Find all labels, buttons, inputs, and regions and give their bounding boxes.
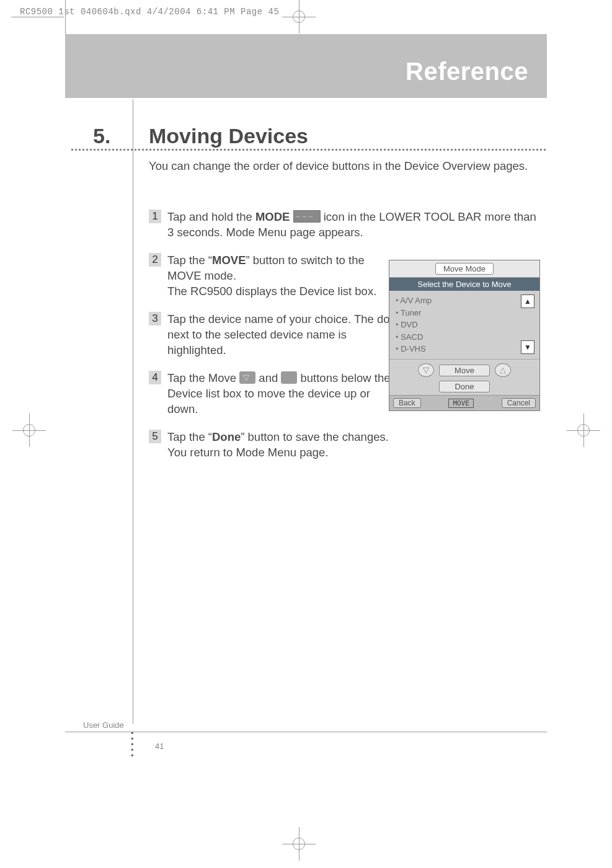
move-up-button[interactable]: △: [495, 363, 511, 377]
registration-mark: [282, 827, 316, 861]
footer-dots: •••••: [131, 730, 134, 758]
step-text: ” button to save the changes.: [241, 430, 389, 443]
dotted-rule: [71, 149, 546, 151]
registration-mark: [567, 414, 600, 447]
step-number: 1: [149, 210, 161, 223]
mode-indicator: MOVE: [448, 399, 474, 408]
step-number: 4: [149, 371, 161, 384]
step-number: 2: [149, 253, 161, 267]
step-text: Tap the Move: [167, 371, 239, 384]
step-1: 1 Tap and hold the MODE icon in the LOWE…: [149, 210, 539, 241]
step-text-bold: MODE: [255, 210, 290, 223]
intro-paragraph: You can change the order of device butto…: [149, 159, 539, 174]
device-screenshot: Move Mode Select the Device to Move A/V …: [389, 260, 540, 411]
step-5: 5 Tap the “Done” button to save the chan…: [149, 430, 539, 461]
step-number: 5: [149, 430, 161, 443]
move-down-icon: [239, 371, 255, 384]
section-number: 5.: [93, 124, 110, 148]
device-controls: ▽ Move △ Done: [389, 359, 539, 395]
footer-guide-label: User Guide: [83, 720, 124, 730]
step-text: The RC9500 displays the Device list box.: [167, 285, 376, 298]
crop-mark: [65, 0, 66, 37]
list-item[interactable]: A/V Amp: [396, 294, 533, 307]
move-up-icon: [281, 371, 297, 384]
crop-mark: [11, 17, 64, 17]
list-item[interactable]: Tuner: [396, 307, 533, 319]
step-text-bold: MOVE: [212, 254, 246, 267]
mode-icon: [293, 210, 321, 223]
footer-rule: [65, 732, 547, 732]
print-slug: RC9500 1st 040604b.qxd 4/4/2004 6:41 PM …: [20, 7, 279, 17]
page-number: 41: [155, 742, 164, 751]
step-text: Tap and hold the: [167, 210, 255, 223]
step-number: 3: [149, 312, 161, 326]
device-subtitle: Select the Device to Move: [389, 278, 539, 291]
list-item[interactable]: SACD: [396, 331, 533, 343]
scroll-up-icon[interactable]: ▲: [521, 294, 534, 308]
step-text: Tap the “: [167, 254, 212, 267]
cancel-button[interactable]: Cancel: [502, 398, 536, 408]
scroll-down-icon[interactable]: ▼: [521, 340, 534, 354]
device-titlebar: Move Mode: [389, 260, 539, 278]
done-button[interactable]: Done: [439, 381, 489, 392]
device-title: Move Mode: [435, 263, 494, 275]
back-button[interactable]: Back: [393, 398, 421, 408]
step-text-bold: Done: [212, 430, 241, 443]
move-down-button[interactable]: ▽: [418, 363, 434, 377]
step-text: You return to Mode Menu page.: [167, 446, 329, 459]
header-band: Reference: [65, 34, 547, 98]
page-header: Reference: [406, 58, 528, 86]
step-text: Tap the device name of your choice. The …: [167, 312, 394, 358]
move-button[interactable]: Move: [439, 365, 490, 376]
list-item[interactable]: DVD: [396, 319, 533, 331]
device-listbox[interactable]: A/V Amp Tuner DVD SACD D-VHS ▲ ▼: [389, 291, 539, 359]
section-title: Moving Devices: [149, 124, 308, 148]
vertical-rule: [133, 99, 133, 724]
step-text: and: [255, 371, 281, 384]
registration-mark: [12, 414, 46, 447]
list-item[interactable]: D-VHS: [396, 343, 533, 355]
step-text: Tap the “: [167, 430, 212, 443]
registration-mark: [282, 0, 316, 33]
device-footer: Back MOVE Cancel: [389, 395, 539, 410]
